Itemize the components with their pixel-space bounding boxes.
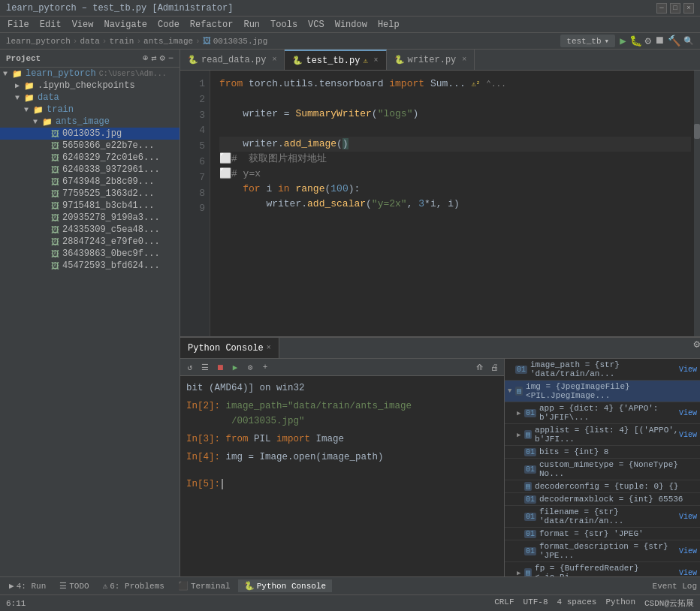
tree-item-20935278[interactable]: 🖼 20935278_9190a3...	[0, 212, 180, 224]
var-item-applist[interactable]: ▶ ▤ applist = {list: 4} [('APPO', b'JFI.…	[505, 424, 700, 446]
line-ending[interactable]: CRLF	[494, 597, 514, 609]
breadcrumb-root[interactable]: learn_pytorch	[6, 37, 71, 46]
tree-item-0013035[interactable]: 🖼 0013035.jpg	[0, 128, 180, 140]
menu-tools[interactable]: Tools	[266, 18, 302, 32]
console-output[interactable]: bit (AMD64)] on win32 In[2]: image_path=…	[180, 376, 504, 576]
close-console-tab[interactable]: ×	[267, 344, 271, 352]
tree-item-36439863[interactable]: 🖼 36439863_0bec9f...	[0, 248, 180, 260]
var-link-applist[interactable]: View	[679, 431, 697, 439]
tab-writer[interactable]: 🐍 writer.py ×	[387, 50, 475, 70]
breadcrumb-train[interactable]: train	[109, 37, 134, 46]
var-item-decoderconfig[interactable]: ▤ decoderconfig = {tuple: 0} {}	[505, 480, 700, 493]
var-link-fp[interactable]: View	[679, 569, 697, 577]
event-log-link[interactable]: Event Log	[653, 582, 697, 591]
var-item-decodermaxblock[interactable]: 01 decodermaxblock = {int} 65536	[505, 493, 700, 506]
menu-code[interactable]: Code	[153, 18, 184, 32]
menu-vcs[interactable]: VCS	[303, 18, 329, 32]
var-item-app[interactable]: ▶ 01 app = {dict: 4} {'APPO': b'JFIF\...…	[505, 402, 700, 424]
run-config-dropdown[interactable]: test_tb ▾	[560, 35, 615, 47]
close-tab-read-data[interactable]: ×	[272, 56, 276, 64]
breadcrumb-file[interactable]: 0013035.jpg	[213, 37, 268, 46]
tree-label-0013035: 0013035.jpg	[62, 128, 122, 139]
code-editor[interactable]: 1 2 3 4 5 6 7 8 9 from torch.utils.tenso…	[180, 71, 700, 336]
nav-tab-run[interactable]: ▶ 4: Run	[3, 579, 52, 592]
tree-item-7759525[interactable]: 🖼 7759525_1363d2...	[0, 188, 180, 200]
var-item-image-path[interactable]: 01 image_path = {str} 'data/train/an... …	[505, 359, 700, 381]
menu-run[interactable]: Run	[239, 18, 264, 32]
scroll-indicator[interactable]	[694, 71, 700, 336]
nav-tab-python-console[interactable]: 🐍 Python Console	[238, 579, 332, 592]
var-item-fp[interactable]: ▶ ▤ fp = {BufferedReader} <_io.Bi... Vie…	[505, 562, 700, 576]
maximize-button[interactable]: □	[670, 3, 680, 14]
tree-item-9715481[interactable]: 🖼 9715481_b3cb41...	[0, 200, 180, 212]
gear-icon[interactable]: ⚙	[694, 338, 700, 358]
sidebar-sync-icon[interactable]: ⇄	[151, 53, 156, 64]
terminal-nav-icon: ⬛	[178, 581, 189, 591]
var-item-custom-mimetype[interactable]: 01 custom_mimetype = {NoneType} No...	[505, 459, 700, 480]
language[interactable]: Python	[605, 597, 635, 609]
var-item-format[interactable]: 01 format = {str} 'JPEG'	[505, 528, 700, 540]
indent[interactable]: 4 spaces	[557, 597, 597, 609]
menu-help[interactable]: Help	[373, 18, 404, 32]
menu-edit[interactable]: Edit	[35, 18, 66, 32]
tree-item-6240338[interactable]: 🖼 6240338_9372961...	[0, 164, 180, 176]
var-link-app[interactable]: View	[679, 409, 697, 417]
tree-item-45472593[interactable]: 🖼 45472593_bfd624...	[0, 260, 180, 272]
var-item-bits[interactable]: 01 bits = {int} 8	[505, 446, 700, 459]
console-list-button[interactable]: ☰	[198, 360, 212, 374]
console-run-button[interactable]: ▶	[228, 360, 242, 374]
tree-item-ants[interactable]: ▼ 📁 ants_image	[0, 116, 180, 128]
debug-button[interactable]: 🐛	[629, 35, 642, 47]
nav-tab-terminal[interactable]: ⬛ Terminal	[172, 579, 237, 592]
menu-view[interactable]: View	[68, 18, 98, 32]
tree-item-6743948[interactable]: 🖼 6743948_2b8c09...	[0, 176, 180, 188]
var-link-image-path[interactable]: View	[679, 366, 697, 374]
var-item-img[interactable]: ▼ ▤ img = {JpegImageFile} <PIL.JpegImage…	[505, 381, 700, 402]
nav-tab-problems[interactable]: ⚠ 6: Problems	[97, 579, 170, 592]
run-button[interactable]: ▶	[620, 35, 626, 47]
tree-item-24335309[interactable]: 🖼 24335309_c5ea48...	[0, 224, 180, 236]
var-link-filename[interactable]: View	[679, 513, 697, 521]
menu-window[interactable]: Window	[330, 18, 372, 32]
var-item-filename[interactable]: 01 filename = {str} 'data/train/an... Vi…	[505, 506, 700, 528]
run-with-coverage-button[interactable]: ⚙	[645, 35, 651, 47]
var-item-format-desc[interactable]: 01 format_description = {str} 'JPE... Vi…	[505, 540, 700, 562]
tree-item-train[interactable]: ▼ 📁 train	[0, 104, 180, 116]
minimize-button[interactable]: —	[656, 3, 667, 14]
bottom-tab-python-console[interactable]: Python Console ×	[180, 338, 279, 358]
console-print-button[interactable]: 🖨	[487, 360, 501, 374]
breadcrumb-data[interactable]: data	[80, 37, 99, 46]
close-tab-writer[interactable]: ×	[462, 56, 466, 64]
breadcrumb-ants[interactable]: ants_image	[143, 37, 193, 46]
sidebar-settings-icon[interactable]: ⚙	[160, 53, 165, 64]
tree-item-ipynb[interactable]: ▶ 📁 .ipynb_checkpoints	[0, 80, 180, 92]
tree-item-28847243[interactable]: 🖼 28847243_e79fe0...	[0, 236, 180, 248]
console-wrap-button[interactable]: ⟰	[472, 360, 486, 374]
tree-item-5650366[interactable]: 🖼 5650366_e22b7e...	[0, 140, 180, 152]
tree-item-learn-pytorch[interactable]: ▼ 📁 learn_pytorch C:\Users\Adm...	[0, 68, 180, 80]
console-restart-button[interactable]: ↺	[183, 360, 197, 374]
tab-read-data[interactable]: 🐍 read_data.py ×	[180, 50, 285, 70]
code-content[interactable]: from torch.utils.tensorboard import Sum.…	[210, 71, 700, 336]
console-add-button[interactable]: +	[258, 360, 272, 374]
nav-tab-todo[interactable]: ☰ TODO	[53, 579, 95, 592]
close-button[interactable]: ×	[683, 3, 694, 14]
tree-label-5650366: 5650366_e22b7e...	[62, 140, 154, 151]
tree-item-data[interactable]: ▼ 📁 data	[0, 92, 180, 104]
stop-button[interactable]: ⏹	[654, 35, 665, 47]
sidebar-add-icon[interactable]: ⊕	[143, 53, 148, 64]
build-button[interactable]: 🔨	[668, 35, 680, 47]
sidebar-collapse-icon[interactable]: −	[168, 53, 173, 64]
encoding[interactable]: UTF-8	[523, 597, 548, 609]
console-settings-button[interactable]: ⚙	[243, 360, 257, 374]
console-line-info: bit (AMD64)] on win32	[186, 381, 498, 396]
menu-navigate[interactable]: Navigate	[99, 18, 152, 32]
menu-refactor[interactable]: Refactor	[186, 18, 238, 32]
menu-file[interactable]: File	[3, 18, 34, 32]
tab-test-tb[interactable]: 🐍 test_tb.py ⚠ ×	[285, 50, 386, 70]
close-tab-test-tb[interactable]: ×	[373, 56, 378, 65]
search-button[interactable]: 🔍	[683, 36, 694, 46]
console-stop-button[interactable]: ⏹	[213, 360, 227, 374]
var-link-format-desc[interactable]: View	[679, 547, 697, 555]
tree-item-6240329[interactable]: 🖼 6240329_72c01e6...	[0, 152, 180, 164]
